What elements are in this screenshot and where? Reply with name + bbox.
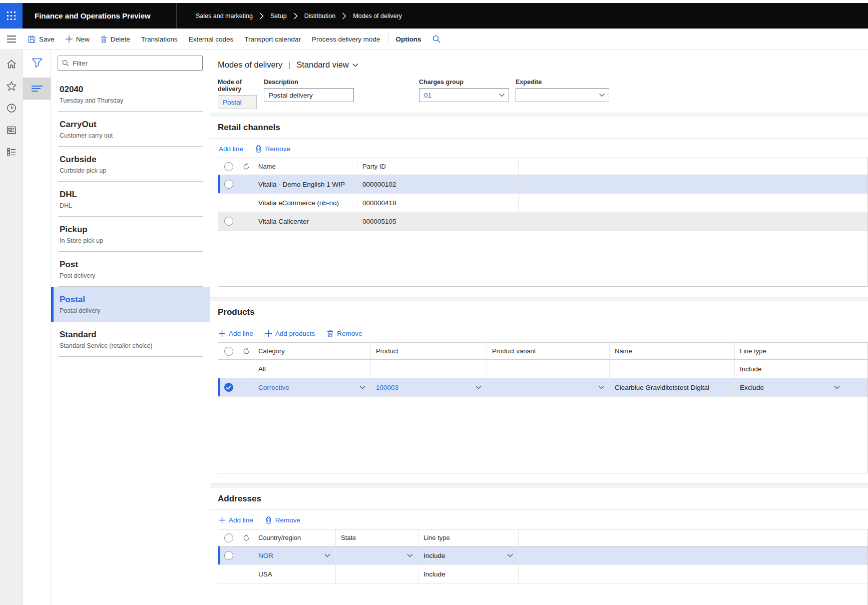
cell-party-id[interactable]: 000000102 bbox=[357, 175, 519, 193]
cell-category-combobox[interactable]: Corrective bbox=[253, 378, 371, 396]
description-input[interactable]: Postal delivery bbox=[264, 88, 354, 102]
new-button[interactable]: New bbox=[60, 29, 95, 50]
radio-circle-icon bbox=[224, 180, 233, 189]
row-selector[interactable] bbox=[218, 212, 239, 230]
filter-funnel-icon[interactable] bbox=[32, 58, 43, 70]
list-filter-field[interactable] bbox=[58, 56, 203, 71]
column-header-state[interactable]: State bbox=[336, 529, 418, 546]
breadcrumb-item[interactable]: Sales and marketing bbox=[196, 13, 253, 20]
section-title: Products bbox=[218, 307, 868, 323]
cell-line-type-combobox[interactable]: Exclude bbox=[735, 378, 867, 396]
workspaces-icon[interactable] bbox=[7, 125, 17, 135]
refresh-column-header[interactable] bbox=[239, 529, 253, 546]
cell-product-variant[interactable] bbox=[487, 360, 610, 378]
translations-button[interactable]: Translations bbox=[136, 29, 183, 50]
select-all-header[interactable] bbox=[218, 158, 239, 175]
cell-name[interactable]: Vitalia eCommerce (nb-no) bbox=[253, 194, 357, 212]
cell-product-combobox[interactable]: 100003 bbox=[371, 378, 487, 396]
delete-button[interactable]: Delete bbox=[95, 29, 136, 50]
cell-line-type[interactable]: Include bbox=[735, 360, 867, 378]
list-item-standard[interactable]: Standard Standard Service (retailer choi… bbox=[51, 322, 210, 357]
cell-product[interactable] bbox=[371, 360, 487, 378]
task-list-icon[interactable] bbox=[7, 147, 17, 157]
home-icon[interactable] bbox=[7, 59, 17, 69]
list-item-02040[interactable]: 02040 Tuesday and Thursday bbox=[51, 77, 210, 112]
column-header-party-id[interactable]: Party ID bbox=[357, 158, 519, 175]
view-switcher[interactable]: Standard view bbox=[296, 60, 358, 70]
remove-button[interactable]: Remove bbox=[327, 330, 362, 337]
remove-button[interactable]: Remove bbox=[265, 516, 300, 524]
app-launcher-button[interactable] bbox=[0, 3, 23, 29]
cell-party-id[interactable]: 000000418 bbox=[357, 194, 519, 212]
column-header-product-variant[interactable]: Product variant bbox=[487, 343, 610, 359]
row-selector[interactable] bbox=[218, 546, 239, 564]
mode-of-delivery-input[interactable]: Postal bbox=[218, 95, 257, 109]
retail-row-vitalia-ecommerce[interactable]: Vitalia eCommerce (nb-no) 000000418 bbox=[218, 194, 867, 212]
list-item-carryout[interactable]: CarryOut Customer carry out bbox=[51, 112, 210, 147]
cell-name[interactable] bbox=[610, 360, 735, 378]
command-search-button[interactable] bbox=[427, 29, 446, 50]
cell-country-combobox[interactable]: NOR bbox=[253, 546, 336, 564]
row-selector[interactable] bbox=[218, 175, 239, 193]
column-header-name[interactable]: Name bbox=[253, 158, 357, 175]
save-button[interactable]: Save bbox=[23, 29, 60, 50]
row-selector[interactable] bbox=[218, 378, 239, 396]
expedite-combobox[interactable] bbox=[516, 88, 609, 102]
addresses-row-nor[interactable]: NOR Include bbox=[218, 546, 867, 565]
select-all-header[interactable] bbox=[218, 343, 239, 359]
row-selector[interactable] bbox=[218, 360, 239, 378]
options-button[interactable]: Options bbox=[390, 29, 427, 50]
charges-group-combobox[interactable]: 01 bbox=[419, 88, 509, 102]
breadcrumb-item[interactable]: Setup bbox=[270, 13, 287, 20]
add-line-button[interactable]: Add line bbox=[219, 145, 243, 153]
select-all-header[interactable] bbox=[218, 529, 239, 546]
add-products-button[interactable]: Add products bbox=[265, 330, 315, 337]
column-header-country[interactable]: Country/region bbox=[253, 529, 336, 546]
products-row-all[interactable]: All Include bbox=[218, 360, 867, 378]
add-line-button[interactable]: Add line bbox=[219, 516, 253, 524]
list-item-curbside[interactable]: Curbside Curbside pick up bbox=[51, 147, 210, 182]
column-header-category[interactable]: Category bbox=[253, 343, 371, 359]
retail-row-vitalia-callcenter[interactable]: Vitalia Callcenter 000005105 bbox=[218, 212, 867, 231]
breadcrumb-item[interactable]: Distribution bbox=[304, 13, 336, 20]
cell-line-type[interactable]: Include bbox=[418, 565, 519, 583]
expand-navigation-button[interactable] bbox=[0, 36, 23, 43]
products-row-corrective[interactable]: Corrective 100003 Clearblue Graviditetst… bbox=[218, 378, 867, 397]
cell-party-id[interactable]: 000005105 bbox=[357, 212, 519, 230]
recent-clock-icon[interactable] bbox=[7, 103, 17, 113]
refresh-column-header[interactable] bbox=[239, 158, 253, 175]
cell-name[interactable]: Clearblue Graviditetstest Digital bbox=[610, 378, 735, 396]
column-header-line-type[interactable]: Line type bbox=[418, 529, 519, 546]
row-selector[interactable] bbox=[218, 565, 239, 583]
retail-row-vitalia-demo[interactable]: Vitalia - Demo English 1 WIP 000000102 bbox=[218, 175, 867, 194]
cell-product-variant-combobox[interactable] bbox=[487, 378, 610, 396]
show-list-toggle[interactable] bbox=[23, 78, 51, 100]
addresses-row-usa[interactable]: USA Include bbox=[218, 565, 867, 583]
cell-country[interactable]: USA bbox=[253, 565, 336, 583]
cell-name[interactable]: Vitalia - Demo English 1 WIP bbox=[253, 175, 357, 193]
list-item-postal-selected[interactable]: Postal Postal delivery bbox=[51, 287, 210, 322]
favorites-star-icon[interactable] bbox=[7, 81, 17, 91]
cell-line-type-combobox[interactable]: Include bbox=[418, 546, 519, 564]
add-line-button[interactable]: Add line bbox=[219, 330, 253, 337]
transport-calendar-button[interactable]: Transport calendar bbox=[239, 29, 306, 50]
list-lines-icon bbox=[32, 85, 43, 92]
cell-state-combobox[interactable] bbox=[336, 546, 418, 564]
app-title[interactable]: Finance and Operations Preview bbox=[23, 3, 176, 29]
remove-button[interactable]: Remove bbox=[255, 145, 290, 153]
list-item-pickup[interactable]: Pickup In Store pick up bbox=[51, 217, 210, 252]
list-item-post[interactable]: Post Post delivery bbox=[51, 252, 210, 287]
cell-category[interactable]: All bbox=[253, 360, 371, 378]
column-header-product[interactable]: Product bbox=[371, 343, 487, 359]
external-codes-button[interactable]: External codes bbox=[183, 29, 239, 50]
column-header-name[interactable]: Name bbox=[610, 343, 735, 359]
list-item-dhl[interactable]: DHL DHL bbox=[51, 182, 210, 217]
list-filter-input[interactable] bbox=[73, 60, 198, 67]
breadcrumb-item-current[interactable]: Modes of delivery bbox=[353, 13, 402, 20]
cell-name[interactable]: Vitalia Callcenter bbox=[253, 212, 357, 230]
refresh-column-header[interactable] bbox=[239, 343, 253, 359]
cell-state[interactable] bbox=[336, 565, 418, 583]
process-delivery-mode-button[interactable]: Process delivery mode bbox=[306, 29, 386, 50]
row-selector[interactable] bbox=[218, 194, 239, 212]
column-header-line-type[interactable]: Line type bbox=[735, 343, 867, 359]
